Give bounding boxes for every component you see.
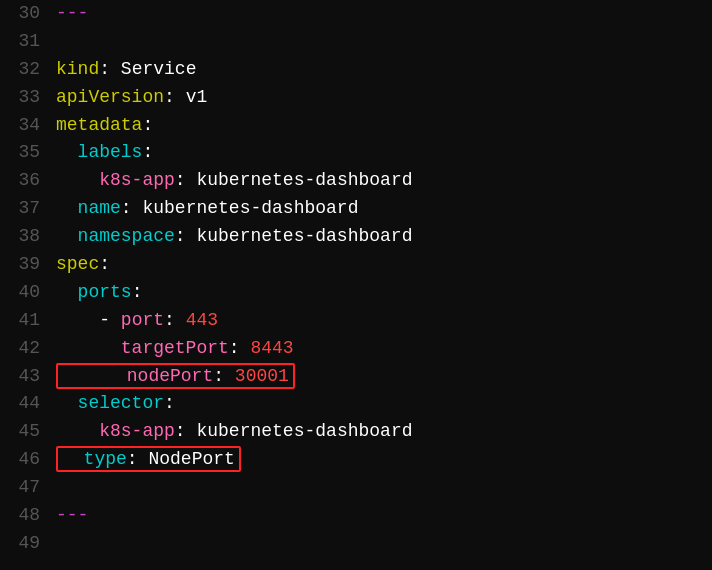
line-content: apiVersion: v1 <box>56 84 704 112</box>
line-number: 40 <box>8 279 40 307</box>
line-number: 30 <box>8 0 40 28</box>
code-editor: 30---3132kind: Service33apiVersion: v134… <box>0 0 712 570</box>
code-line: 33apiVersion: v1 <box>0 84 712 112</box>
line-content: namespace: kubernetes-dashboard <box>56 223 704 251</box>
line-number: 37 <box>8 195 40 223</box>
line-content: --- <box>56 502 704 530</box>
line-content: labels: <box>56 139 704 167</box>
code-line: 43 nodePort: 30001 <box>0 363 712 391</box>
line-content: --- <box>56 0 704 28</box>
code-line: 45 k8s-app: kubernetes-dashboard <box>0 418 712 446</box>
code-line: 37 name: kubernetes-dashboard <box>0 195 712 223</box>
code-line: 36 k8s-app: kubernetes-dashboard <box>0 167 712 195</box>
line-content: name: kubernetes-dashboard <box>56 195 704 223</box>
line-content: nodePort: 30001 <box>56 363 704 391</box>
line-content: - port: 443 <box>56 307 704 335</box>
highlighted-line: nodePort: 30001 <box>56 363 295 389</box>
line-number: 35 <box>8 139 40 167</box>
code-line: 46 type: NodePort <box>0 446 712 474</box>
line-content: k8s-app: kubernetes-dashboard <box>56 418 704 446</box>
line-number: 38 <box>8 223 40 251</box>
code-line: 35 labels: <box>0 139 712 167</box>
line-content: ports: <box>56 279 704 307</box>
code-line: 48--- <box>0 502 712 530</box>
code-line: 34metadata: <box>0 112 712 140</box>
line-content: targetPort: 8443 <box>56 335 704 363</box>
line-number: 45 <box>8 418 40 446</box>
line-content: type: NodePort <box>56 446 704 474</box>
line-number: 34 <box>8 112 40 140</box>
line-content: selector: <box>56 390 704 418</box>
line-content: k8s-app: kubernetes-dashboard <box>56 167 704 195</box>
line-number: 49 <box>8 530 40 558</box>
code-line: 40 ports: <box>0 279 712 307</box>
code-line: 39spec: <box>0 251 712 279</box>
line-number: 43 <box>8 363 40 391</box>
line-content: metadata: <box>56 112 704 140</box>
code-line: 44 selector: <box>0 390 712 418</box>
line-number: 36 <box>8 167 40 195</box>
line-number: 39 <box>8 251 40 279</box>
code-line: 49 <box>0 530 712 558</box>
code-line: 31 <box>0 28 712 56</box>
code-line: 47 <box>0 474 712 502</box>
code-line: 30--- <box>0 0 712 28</box>
line-number: 31 <box>8 28 40 56</box>
code-line: 41 - port: 443 <box>0 307 712 335</box>
code-line: 38 namespace: kubernetes-dashboard <box>0 223 712 251</box>
line-number: 42 <box>8 335 40 363</box>
line-number: 32 <box>8 56 40 84</box>
line-content: spec: <box>56 251 704 279</box>
code-line: 32kind: Service <box>0 56 712 84</box>
line-number: 33 <box>8 84 40 112</box>
line-number: 46 <box>8 446 40 474</box>
line-number: 41 <box>8 307 40 335</box>
line-number: 48 <box>8 502 40 530</box>
line-number: 44 <box>8 390 40 418</box>
line-number: 47 <box>8 474 40 502</box>
code-line: 42 targetPort: 8443 <box>0 335 712 363</box>
highlighted-line: type: NodePort <box>56 446 241 472</box>
line-content: kind: Service <box>56 56 704 84</box>
